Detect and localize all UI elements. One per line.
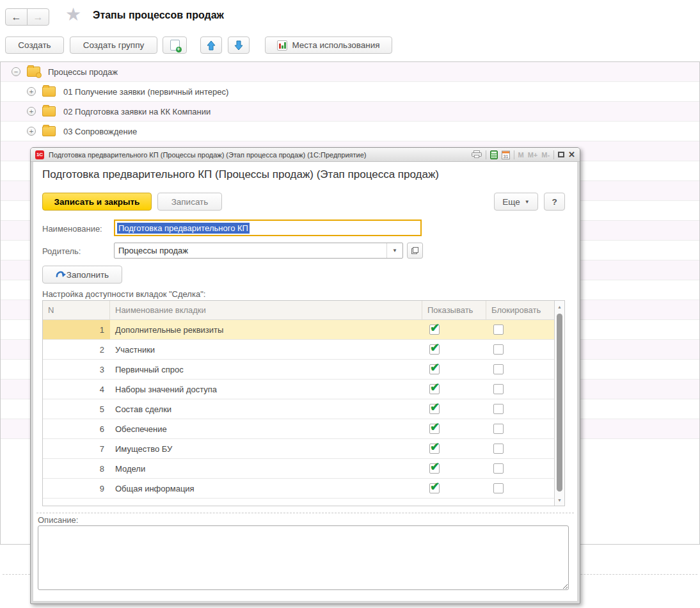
check-icon: ✔	[430, 380, 440, 394]
table-row[interactable]: 3Первичный спрос✔	[43, 360, 555, 380]
block-checkbox[interactable]	[493, 444, 504, 454]
dialog-window-title: Подготовка предварительного КП (Процессы…	[49, 151, 472, 159]
name-input[interactable]: Подготовка предварительного КП	[114, 220, 422, 236]
memory-m-button[interactable]: M	[518, 151, 524, 159]
description-textarea[interactable]	[38, 525, 569, 590]
table-row[interactable]: 7Имущество БУ✔	[43, 439, 555, 459]
create-group-button[interactable]: Создать группу	[70, 36, 157, 54]
table-row[interactable]: 1Дополнительные реквизиты✔	[43, 320, 555, 340]
expand-icon[interactable]: +	[27, 107, 36, 116]
create-button[interactable]: Создать	[5, 36, 64, 54]
list-toolbar: Создать Создать группу + Места использов…	[5, 36, 696, 54]
column-header-show[interactable]: Показывать	[422, 301, 486, 319]
parent-open-button[interactable]	[407, 243, 423, 259]
dialog-titlebar[interactable]: 1С Подготовка предварительного КП (Проце…	[31, 148, 580, 162]
show-checkbox[interactable]: ✔	[429, 324, 440, 335]
tree-item-label: 01 Получение заявки (первичный интерес)	[63, 87, 228, 97]
print-icon[interactable]	[472, 150, 482, 159]
show-checkbox[interactable]: ✔	[429, 404, 440, 414]
close-icon[interactable]: ✕	[568, 150, 575, 159]
chevron-down-icon: ▼	[525, 199, 530, 205]
tree-row[interactable]: −Процессы продаж	[1, 62, 699, 82]
show-checkbox[interactable]: ✔	[429, 384, 440, 394]
column-header-block[interactable]: Блокировать	[486, 301, 555, 319]
usage-places-label: Места использования	[292, 40, 379, 50]
tree-row[interactable]: +01 Получение заявки (первичный интерес)	[1, 82, 699, 102]
table-row[interactable]: 5Состав сделки✔	[43, 399, 555, 419]
1c-logo-icon: 1С	[35, 150, 44, 159]
maximize-icon[interactable]	[558, 152, 564, 157]
expand-icon[interactable]: +	[27, 87, 36, 96]
table-row[interactable]: 9Общая информация✔	[43, 479, 555, 499]
block-cell	[486, 364, 555, 374]
check-icon: ✔	[430, 420, 440, 434]
calculator-icon[interactable]	[490, 150, 498, 159]
block-checkbox[interactable]	[493, 424, 504, 434]
show-checkbox[interactable]: ✔	[429, 344, 440, 355]
fill-button[interactable]: Заполнить	[42, 266, 122, 284]
block-checkbox[interactable]	[493, 463, 504, 474]
section-separator	[36, 513, 574, 513]
table-row[interactable]: 4Наборы значений доступа✔	[43, 380, 555, 399]
block-checkbox[interactable]	[493, 384, 504, 394]
tabs-settings-table: N Наименование вкладки Показывать Блокир…	[42, 300, 565, 506]
tab-name-cell: Дополнительные реквизиты	[110, 325, 422, 335]
scroll-down-icon[interactable]: ▼	[555, 495, 564, 504]
combo-dropdown-button[interactable]: ▼	[386, 243, 402, 258]
scroll-up-icon[interactable]: ▲	[555, 302, 564, 311]
show-checkbox[interactable]: ✔	[429, 424, 440, 434]
block-cell	[486, 444, 555, 454]
block-cell	[486, 344, 555, 355]
table-row[interactable]: 6Обеспечение✔	[43, 419, 555, 439]
block-checkbox[interactable]	[493, 344, 504, 355]
tab-name-cell: Наборы значений доступа	[110, 385, 422, 394]
chevron-down-icon: ▼	[392, 248, 397, 253]
check-icon: ✔	[430, 479, 440, 493]
block-checkbox[interactable]	[493, 483, 504, 493]
tree-row[interactable]: +02 Подготовка заявки на КК Компании	[1, 102, 699, 122]
show-cell: ✔	[422, 384, 486, 394]
show-checkbox[interactable]: ✔	[429, 444, 440, 454]
tree-row[interactable]: +03 Сопровождение	[1, 122, 699, 141]
show-checkbox[interactable]: ✔	[429, 483, 440, 493]
row-number-cell: 8	[43, 459, 110, 478]
help-button[interactable]: ?	[544, 193, 565, 211]
favorite-star-icon[interactable]: ★	[65, 4, 81, 25]
forward-button[interactable]: →	[27, 8, 49, 26]
column-header-name[interactable]: Наименование вкладки	[110, 301, 422, 319]
tree-item-label: 03 Сопровождение	[63, 127, 137, 136]
table-row[interactable]: 2Участники✔	[43, 340, 555, 360]
block-checkbox[interactable]	[493, 404, 504, 414]
create-new-item-button[interactable]: +	[163, 36, 187, 54]
memory-m-minus-button[interactable]: M-	[541, 151, 550, 159]
table-row[interactable]: 8Модели✔	[43, 459, 555, 479]
show-checkbox[interactable]: ✔	[429, 364, 440, 374]
save-and-close-label: Записать и закрыть	[54, 197, 140, 207]
back-button[interactable]: ←	[5, 8, 28, 26]
block-checkbox[interactable]	[493, 324, 504, 335]
row-number-cell: 2	[43, 340, 110, 359]
block-cell	[486, 463, 555, 474]
save-and-close-button[interactable]: Записать и закрыть	[42, 193, 152, 211]
move-down-button[interactable]	[228, 36, 250, 54]
column-header-n[interactable]: N	[43, 301, 110, 319]
edit-dialog: 1С Подготовка предварительного КП (Проце…	[30, 147, 580, 604]
block-checkbox[interactable]	[493, 364, 504, 374]
show-cell: ✔	[422, 364, 486, 374]
row-number-cell: 4	[43, 380, 110, 399]
expand-icon[interactable]: +	[27, 127, 36, 136]
collapse-icon[interactable]: −	[12, 67, 20, 76]
scrollbar-thumb[interactable]	[557, 314, 562, 492]
more-button[interactable]: Еще ▼	[494, 193, 538, 211]
usage-places-button[interactable]: Места использования	[265, 36, 392, 54]
parent-field-label: Родитель:	[42, 246, 81, 256]
show-checkbox[interactable]: ✔	[429, 463, 440, 474]
calendar-icon[interactable]: 31	[502, 150, 510, 159]
memory-m-plus-button[interactable]: M+	[528, 151, 538, 159]
vertical-scrollbar[interactable]: ▲ ▼	[554, 301, 564, 506]
save-button[interactable]: Записать	[157, 193, 222, 211]
arrow-up-icon	[207, 40, 216, 51]
show-cell: ✔	[422, 324, 486, 335]
parent-combo-input[interactable]: Процессы продаж ▼	[114, 243, 403, 259]
move-up-button[interactable]	[200, 36, 222, 54]
